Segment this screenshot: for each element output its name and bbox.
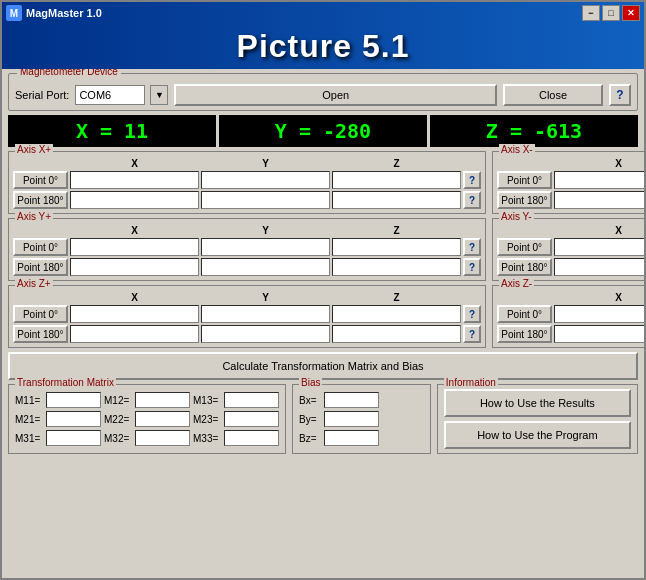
info-group-label: Information xyxy=(444,377,498,388)
calculate-button[interactable]: Calculate Transformation Matrix and Bias xyxy=(8,352,638,380)
transform-group: Transformation Matrix M11= M12= M13= M21… xyxy=(8,384,286,454)
bx-input[interactable] xyxy=(324,392,379,408)
axis-zplus-help0[interactable]: ? xyxy=(463,305,481,323)
app-icon: M xyxy=(6,5,22,21)
how-to-results-button[interactable]: How to Use the Results xyxy=(444,389,631,417)
close-button[interactable]: ✕ xyxy=(622,5,640,21)
axis-xplus-col-x: X xyxy=(70,158,199,169)
axis-yplus-help180[interactable]: ? xyxy=(463,258,481,276)
axis-zplus-x180-input[interactable] xyxy=(70,325,199,343)
bottom-row: Transformation Matrix M11= M12= M13= M21… xyxy=(8,384,638,454)
content-area: Magnetometer Device Serial Port: COM6 ▼ … xyxy=(2,69,644,578)
axis-yplus-z0-input[interactable] xyxy=(332,238,461,256)
m32-input[interactable] xyxy=(135,430,190,446)
axis-xplus-y180-input[interactable] xyxy=(201,191,330,209)
axis-xplus-z180-input[interactable] xyxy=(332,191,461,209)
m12-input[interactable] xyxy=(135,392,190,408)
axis-zminus-col-x: X xyxy=(554,292,644,303)
how-to-program-button[interactable]: How to Use the Program xyxy=(444,421,631,449)
axis-yminus-point180-button[interactable]: Point 180° xyxy=(497,258,552,276)
axis-yminus-x180-input[interactable] xyxy=(554,258,644,276)
title-bar: M MagMaster 1.0 − □ ✕ xyxy=(2,2,644,24)
axis-xminus-point180-button[interactable]: Point 180° xyxy=(497,191,552,209)
axis-yplus-point0-button[interactable]: Point 0° xyxy=(13,238,68,256)
m31-label: M31= xyxy=(15,433,43,444)
axis-yplus-x180-input[interactable] xyxy=(70,258,199,276)
axis-yplus-header: X Y Z xyxy=(13,221,481,236)
serial-port-label: Serial Port: xyxy=(15,89,69,101)
bx-label: Bx= xyxy=(299,395,321,406)
axis-zplus-row0: Point 0° ? xyxy=(13,305,481,323)
axis-yminus-point0-button[interactable]: Point 0° xyxy=(497,238,552,256)
axis-yminus-group: Axis Y- X Y Z Point 0° ? Point 180° xyxy=(492,218,644,281)
axis-yplus-help0[interactable]: ? xyxy=(463,238,481,256)
title-bar-controls: − □ ✕ xyxy=(582,5,640,21)
serial-combo-arrow[interactable]: ▼ xyxy=(150,85,168,105)
m22-label: M22= xyxy=(104,414,132,425)
axis-xplus-y0-input[interactable] xyxy=(201,171,330,189)
axis-xplus-point180-button[interactable]: Point 180° xyxy=(13,191,68,209)
axis-yminus-x0-input[interactable] xyxy=(554,238,644,256)
axis-row-y: Axis Y+ X Y Z Point 0° ? Point 180° xyxy=(8,218,638,281)
axis-xplus-col-y: Y xyxy=(201,158,330,169)
minimize-button[interactable]: − xyxy=(582,5,600,21)
matrix-row1: M11= M12= M13= xyxy=(15,392,279,408)
m22-input[interactable] xyxy=(135,411,190,427)
m23-input[interactable] xyxy=(224,411,279,427)
m11-label: M11= xyxy=(15,395,43,406)
axis-zplus-y0-input[interactable] xyxy=(201,305,330,323)
m11-input[interactable] xyxy=(46,392,101,408)
axis-xplus-z0-input[interactable] xyxy=(332,171,461,189)
axis-yplus-y180-input[interactable] xyxy=(201,258,330,276)
axis-zminus-x180-input[interactable] xyxy=(554,325,644,343)
axis-zplus-z0-input[interactable] xyxy=(332,305,461,323)
m21-input[interactable] xyxy=(46,411,101,427)
matrix-row2: M21= M22= M23= xyxy=(15,411,279,427)
bias-row-z: Bz= xyxy=(299,430,424,446)
axis-xplus-col-z: Z xyxy=(332,158,461,169)
axis-yplus-x0-input[interactable] xyxy=(70,238,199,256)
axis-xplus-x180-input[interactable] xyxy=(70,191,199,209)
axis-zminus-point0-button[interactable]: Point 0° xyxy=(497,305,552,323)
info-group: Information How to Use the Results How t… xyxy=(437,384,638,454)
axis-yplus-label: Axis Y+ xyxy=(15,211,53,222)
m32-label: M32= xyxy=(104,433,132,444)
axis-xplus-help0[interactable]: ? xyxy=(463,171,481,189)
axis-yplus-point180-button[interactable]: Point 180° xyxy=(13,258,68,276)
axis-zminus-row180: Point 180° ? xyxy=(497,325,644,343)
axis-xplus-point0-button[interactable]: Point 0° xyxy=(13,171,68,189)
axis-zplus-point180-button[interactable]: Point 180° xyxy=(13,325,68,343)
axis-yplus-z180-input[interactable] xyxy=(332,258,461,276)
axis-zplus-y180-input[interactable] xyxy=(201,325,330,343)
by-input[interactable] xyxy=(324,411,379,427)
axis-xplus-x0-input[interactable] xyxy=(70,171,199,189)
bias-row-y: By= xyxy=(299,411,424,427)
axis-zplus-help180[interactable]: ? xyxy=(463,325,481,343)
m33-input[interactable] xyxy=(224,430,279,446)
axis-zplus-x0-input[interactable] xyxy=(70,305,199,323)
by-label: By= xyxy=(299,414,321,425)
m12-label: M12= xyxy=(104,395,132,406)
m23-label: M23= xyxy=(193,414,221,425)
open-button[interactable]: Open xyxy=(174,84,497,106)
axis-zplus-col-y: Y xyxy=(201,292,330,303)
m13-input[interactable] xyxy=(224,392,279,408)
axis-xminus-x180-input[interactable] xyxy=(554,191,644,209)
axis-xplus-help180[interactable]: ? xyxy=(463,191,481,209)
close-button-serial[interactable]: Close xyxy=(503,84,603,106)
bias-group-label: Bias xyxy=(299,377,322,388)
axis-yplus-col-z: Z xyxy=(332,225,461,236)
axis-yminus-row0: Point 0° ? xyxy=(497,238,644,256)
axis-zplus-z180-input[interactable] xyxy=(332,325,461,343)
axis-zplus-point0-button[interactable]: Point 0° xyxy=(13,305,68,323)
axis-zplus-col-z: Z xyxy=(332,292,461,303)
axis-xminus-point0-button[interactable]: Point 0° xyxy=(497,171,552,189)
maximize-button[interactable]: □ xyxy=(602,5,620,21)
magnetometer-help-button[interactable]: ? xyxy=(609,84,631,106)
axis-zminus-x0-input[interactable] xyxy=(554,305,644,323)
bz-input[interactable] xyxy=(324,430,379,446)
axis-zminus-point180-button[interactable]: Point 180° xyxy=(497,325,552,343)
axis-xminus-x0-input[interactable] xyxy=(554,171,644,189)
m31-input[interactable] xyxy=(46,430,101,446)
axis-yplus-y0-input[interactable] xyxy=(201,238,330,256)
